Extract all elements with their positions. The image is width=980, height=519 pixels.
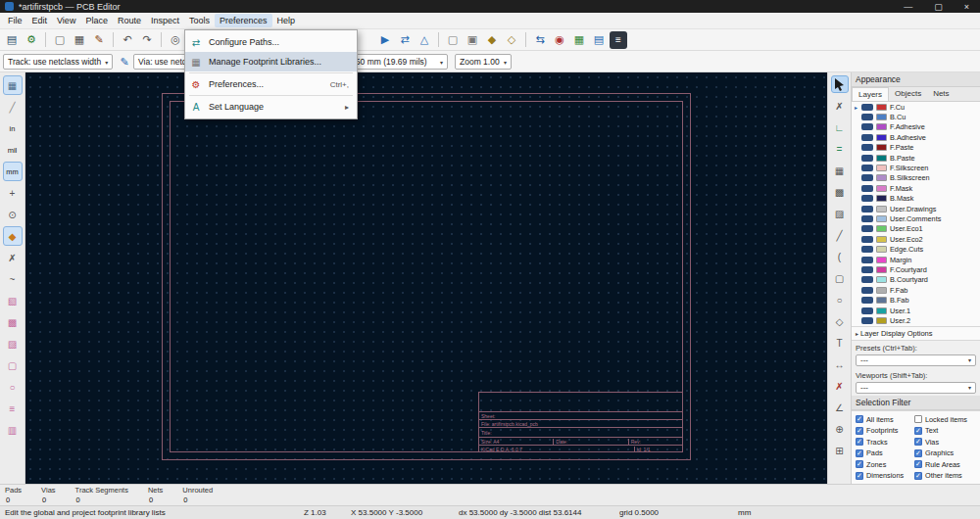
filter-all-items[interactable]: ✓All items: [856, 414, 912, 425]
scripting-console-icon[interactable]: ≡: [610, 31, 627, 49]
visibility-eye-icon[interactable]: [861, 185, 873, 192]
place-text-icon[interactable]: T: [831, 334, 849, 352]
layer-row-b-adhesive[interactable]: B.Adhesive: [852, 132, 980, 142]
pcb-canvas[interactable]: Sheet: File: artifirstpcb.kicad_pcb Titl…: [25, 72, 827, 484]
units-inches-icon[interactable]: in: [3, 118, 23, 138]
place-footprint-icon[interactable]: ▦: [831, 162, 849, 179]
local-ratsnest-icon[interactable]: ✗: [831, 97, 849, 115]
lock-icon[interactable]: ◆: [483, 31, 501, 49]
layer-color-swatch[interactable]: [876, 155, 887, 162]
visibility-eye-icon[interactable]: [861, 236, 873, 243]
visibility-eye-icon[interactable]: [861, 114, 873, 120]
track-width-dropdown[interactable]: Track: use netclass width ▾: [3, 54, 113, 70]
update-pcb-from-schematic-icon[interactable]: ⇆: [531, 31, 549, 49]
layer-row-b-paste[interactable]: B.Paste: [852, 153, 980, 163]
menu-item-preferences[interactable]: ⚙Preferences...Ctrl+,: [185, 74, 357, 94]
layer-color-swatch[interactable]: [876, 287, 887, 294]
menu-view[interactable]: View: [52, 14, 80, 27]
layer-row-b-cu[interactable]: B.Cu: [852, 112, 980, 121]
drill-origin-icon[interactable]: ⊕: [831, 420, 849, 438]
layer-row-b-fab[interactable]: B.Fab: [852, 295, 980, 305]
visibility-eye-icon[interactable]: [861, 123, 873, 130]
redo-icon[interactable]: ↷: [138, 31, 156, 49]
menu-item-configure-paths[interactable]: ⇄Configure Paths...: [185, 32, 357, 52]
drc-icon[interactable]: ◉: [551, 31, 568, 49]
layer-color-swatch[interactable]: [876, 195, 887, 202]
tab-layers[interactable]: Layers: [852, 87, 889, 101]
plot-icon[interactable]: ✎: [90, 31, 108, 49]
layer-row-f-fab[interactable]: F.Fab: [852, 285, 980, 295]
draw-zone-icon[interactable]: ▩: [831, 183, 849, 201]
footprint-editor-icon[interactable]: ▦: [570, 31, 588, 49]
layer-row-f-mask[interactable]: F.Mask: [852, 183, 980, 193]
presets-dropdown[interactable]: --- ▾: [856, 354, 976, 366]
ratsnest-visibility-icon[interactable]: ✗: [3, 248, 23, 267]
undo-icon[interactable]: ↶: [119, 31, 136, 49]
route-diff-pairs-icon[interactable]: =: [831, 140, 849, 158]
menu-help[interactable]: Help: [272, 14, 301, 27]
layer-color-swatch[interactable]: [876, 266, 887, 273]
visibility-eye-icon[interactable]: [861, 297, 873, 304]
menu-route[interactable]: Route: [113, 14, 146, 27]
layer-color-swatch[interactable]: [876, 185, 887, 192]
show-ratsnest-icon[interactable]: △: [416, 31, 433, 49]
layer-color-swatch[interactable]: [876, 246, 887, 253]
filter-zones[interactable]: ✓Zones: [856, 459, 912, 470]
layer-color-swatch[interactable]: [876, 165, 887, 171]
filter-footprints[interactable]: ✓Footprints: [856, 426, 912, 437]
visibility-eye-icon[interactable]: [861, 144, 873, 151]
layer-row-f-cu[interactable]: ▸F.Cu: [852, 102, 980, 112]
layer-row-user-2[interactable]: User.2: [852, 315, 980, 325]
zoom-dropdown[interactable]: Zoom 1.00 ▾: [455, 54, 512, 70]
visibility-eye-icon[interactable]: [861, 307, 873, 314]
menu-file[interactable]: File: [3, 14, 27, 27]
layer-row-user-comments[interactable]: User.Comments: [852, 213, 980, 223]
visibility-eye-icon[interactable]: [861, 257, 873, 263]
layer-color-swatch[interactable]: [876, 144, 887, 151]
visibility-eye-icon[interactable]: [861, 206, 873, 212]
board-setup-icon[interactable]: ⚙: [23, 31, 40, 49]
polar-coordinates-icon[interactable]: ⊙: [3, 205, 23, 224]
layer-color-swatch[interactable]: [876, 225, 887, 232]
tab-nets[interactable]: Nets: [927, 87, 955, 101]
layer-color-swatch[interactable]: [876, 307, 887, 314]
layer-row-user-drawings[interactable]: User.Drawings: [852, 204, 980, 213]
route-tracks-icon[interactable]: ∟: [831, 118, 849, 136]
layer-row-f-adhesive[interactable]: F.Adhesive: [852, 122, 980, 132]
delete-tool-icon[interactable]: ✗: [831, 377, 849, 395]
selection-mode-icon[interactable]: ▢: [444, 31, 462, 49]
3d-viewer-icon[interactable]: ▤: [590, 31, 608, 49]
via-display-icon[interactable]: ○: [3, 377, 23, 397]
menu-item-set-language[interactable]: ASet Language▸: [185, 97, 357, 117]
layer-row-b-courtyard[interactable]: B.Courtyard: [852, 275, 980, 285]
layer-row-f-silkscreen[interactable]: F.Silkscreen: [852, 163, 980, 172]
layer-color-swatch[interactable]: [876, 134, 887, 141]
toggle-grid-icon[interactable]: ▦: [3, 75, 23, 95]
grid-mode-icon[interactable]: ▣: [464, 31, 481, 49]
zone-outline-icon[interactable]: ▨: [3, 334, 23, 354]
curved-ratsnest-icon[interactable]: ~: [3, 269, 23, 289]
maximize-button[interactable]: ▢: [934, 2, 943, 12]
visibility-eye-icon[interactable]: [861, 155, 873, 162]
layer-row-edge-cuts[interactable]: Edge.Cuts: [852, 244, 980, 254]
layer-color-swatch[interactable]: [876, 174, 887, 181]
layer-color-swatch[interactable]: [876, 276, 887, 283]
measure-tool-icon[interactable]: ∠: [831, 399, 849, 416]
layer-row-f-courtyard[interactable]: F.Courtyard: [852, 264, 980, 274]
visibility-eye-icon[interactable]: [861, 174, 873, 181]
layer-row-b-silkscreen[interactable]: B.Silkscreen: [852, 173, 980, 183]
save-icon[interactable]: ▤: [3, 31, 21, 49]
menu-place[interactable]: Place: [80, 14, 113, 27]
layer-color-swatch[interactable]: [876, 104, 887, 111]
visibility-eye-icon[interactable]: [861, 195, 873, 202]
cursor-shape-icon[interactable]: +: [3, 183, 23, 203]
visibility-eye-icon[interactable]: [861, 287, 873, 294]
zone-fill-icon[interactable]: ▩: [3, 312, 23, 332]
filter-vias[interactable]: ✓Vias: [914, 437, 976, 448]
inactive-layer-display-icon[interactable]: ▥: [3, 420, 23, 440]
layer-row-margin[interactable]: Margin: [852, 255, 980, 264]
unlock-icon[interactable]: ◇: [503, 31, 520, 49]
magnetic-snap-icon[interactable]: ◆: [3, 226, 23, 246]
tab-objects[interactable]: Objects: [889, 87, 927, 101]
filter-dimensions[interactable]: ✓Dimensions: [856, 471, 912, 482]
